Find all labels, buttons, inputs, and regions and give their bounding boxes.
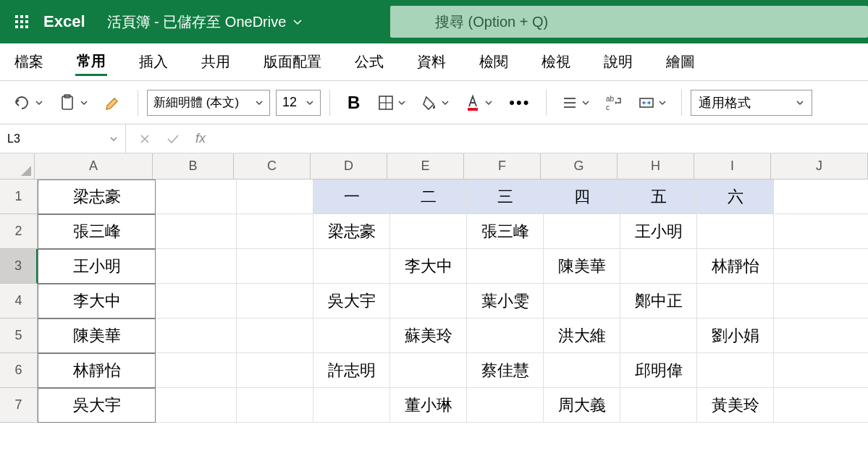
cell-D4[interactable]: 吳大宇: [313, 284, 390, 318]
ribbon-tab-檢閱[interactable]: 檢閱: [478, 49, 510, 75]
cell-E6[interactable]: [390, 353, 467, 388]
cell-J5[interactable]: [774, 318, 868, 353]
borders-button[interactable]: [371, 90, 412, 116]
font-color-button[interactable]: [458, 89, 499, 117]
undo-button[interactable]: [6, 90, 49, 116]
format-painter-button[interactable]: [97, 90, 129, 116]
row-header[interactable]: 2: [0, 214, 38, 249]
fx-icon[interactable]: fx: [195, 131, 206, 146]
column-header[interactable]: G: [541, 153, 618, 180]
select-all-corner[interactable]: [0, 153, 35, 180]
column-header[interactable]: C: [234, 153, 311, 180]
confirm-icon[interactable]: [167, 133, 180, 145]
cell-F3[interactable]: [467, 249, 544, 284]
cell-G5[interactable]: 洪大維: [544, 318, 620, 353]
cell-A3[interactable]: 王小明: [38, 249, 156, 284]
merge-button[interactable]: [632, 90, 673, 116]
cell-D6[interactable]: 許志明: [313, 353, 390, 388]
cell-H6[interactable]: 邱明偉: [620, 353, 697, 388]
cell-F7[interactable]: [467, 388, 544, 423]
cell-E7[interactable]: 董小琳: [390, 388, 467, 423]
ribbon-tab-說明[interactable]: 說明: [602, 49, 634, 75]
row-header[interactable]: 1: [0, 180, 38, 214]
cell-D7[interactable]: [313, 388, 390, 423]
cell-F5[interactable]: [467, 318, 544, 353]
cell-E1[interactable]: 二: [390, 180, 467, 214]
bold-button[interactable]: B: [339, 93, 368, 113]
cell-C4[interactable]: [237, 284, 313, 318]
cell-I2[interactable]: [697, 214, 774, 249]
cell-D1[interactable]: 一: [313, 180, 390, 214]
ribbon-tab-插入[interactable]: 插入: [138, 49, 169, 75]
more-options-button[interactable]: •••: [502, 93, 537, 112]
column-header[interactable]: A: [35, 153, 153, 180]
cell-F2[interactable]: 張三峰: [467, 214, 544, 249]
fill-color-button[interactable]: [415, 90, 455, 116]
document-title[interactable]: 活頁簿 - 已儲存至 OneDrive: [107, 12, 304, 32]
cell-B7[interactable]: [156, 388, 237, 423]
ribbon-tab-常用[interactable]: 常用: [75, 48, 107, 76]
cell-E2[interactable]: [390, 214, 467, 249]
row-header[interactable]: 5: [0, 318, 38, 353]
cell-D3[interactable]: [313, 249, 390, 284]
cell-G6[interactable]: [544, 353, 620, 388]
row-header[interactable]: 7: [0, 388, 38, 423]
cell-B3[interactable]: [156, 249, 237, 284]
cell-C1[interactable]: [237, 180, 313, 214]
clipboard-button[interactable]: [52, 89, 94, 117]
number-format-select[interactable]: 通用格式: [691, 90, 812, 116]
cell-D2[interactable]: 梁志豪: [313, 214, 390, 249]
cell-D5[interactable]: [313, 318, 390, 353]
cell-I4[interactable]: [697, 284, 774, 318]
cell-F4[interactable]: 葉小雯: [467, 284, 544, 318]
column-header[interactable]: F: [464, 153, 541, 180]
cell-J3[interactable]: [774, 249, 868, 284]
cell-G7[interactable]: 周大義: [544, 388, 620, 423]
cell-J6[interactable]: [774, 353, 868, 388]
ribbon-tab-檔案[interactable]: 檔案: [13, 49, 45, 75]
cell-G4[interactable]: [544, 284, 620, 318]
font-size-select[interactable]: 12: [276, 90, 321, 116]
name-box[interactable]: L3: [0, 124, 126, 153]
ribbon-tab-繪圖[interactable]: 繪圖: [665, 49, 696, 75]
cell-grid[interactable]: 梁志豪一二三四五六張三峰梁志豪張三峰王小明王小明李大中陳美華林靜怡李大中吳大宇葉…: [38, 180, 868, 423]
wrap-text-button[interactable]: abc: [599, 90, 629, 116]
cell-A4[interactable]: 李大中: [38, 284, 156, 318]
cell-A2[interactable]: 張三峰: [38, 214, 156, 249]
cell-C7[interactable]: [237, 388, 313, 423]
cell-H3[interactable]: [620, 249, 697, 284]
column-header[interactable]: D: [311, 153, 387, 180]
cell-E3[interactable]: 李大中: [390, 249, 467, 284]
cell-H2[interactable]: 王小明: [620, 214, 697, 249]
row-header[interactable]: 6: [0, 353, 38, 388]
cell-I3[interactable]: 林靜怡: [697, 249, 774, 284]
cell-B5[interactable]: [156, 318, 237, 353]
cell-B4[interactable]: [156, 284, 237, 318]
cell-I6[interactable]: [697, 353, 774, 388]
ribbon-tab-公式[interactable]: 公式: [353, 49, 385, 75]
cell-H7[interactable]: [620, 388, 697, 423]
align-button[interactable]: [555, 90, 596, 116]
app-launcher-icon[interactable]: [0, 15, 43, 28]
ribbon-tab-版面配置[interactable]: 版面配置: [262, 49, 323, 75]
cell-F1[interactable]: 三: [467, 180, 544, 214]
cell-F6[interactable]: 蔡佳慧: [467, 353, 544, 388]
cell-E5[interactable]: 蘇美玲: [390, 318, 467, 353]
ribbon-tab-資料[interactable]: 資料: [416, 49, 447, 75]
cell-A1[interactable]: 梁志豪: [38, 180, 156, 214]
cell-J7[interactable]: [774, 388, 868, 423]
cell-B1[interactable]: [156, 180, 237, 214]
cell-I1[interactable]: 六: [697, 180, 774, 214]
row-header[interactable]: 4: [0, 284, 38, 318]
ribbon-tab-檢視[interactable]: 檢視: [540, 49, 572, 75]
cell-I5[interactable]: 劉小娟: [697, 318, 774, 353]
cell-A6[interactable]: 林靜怡: [38, 353, 156, 388]
cell-H1[interactable]: 五: [620, 180, 697, 214]
cell-H5[interactable]: [620, 318, 697, 353]
cell-B2[interactable]: [156, 214, 237, 249]
cell-G1[interactable]: 四: [544, 180, 620, 214]
cell-J2[interactable]: [774, 214, 868, 249]
cell-I7[interactable]: 黃美玲: [697, 388, 774, 423]
cell-B6[interactable]: [156, 353, 237, 388]
ribbon-tab-共用[interactable]: 共用: [200, 49, 232, 75]
